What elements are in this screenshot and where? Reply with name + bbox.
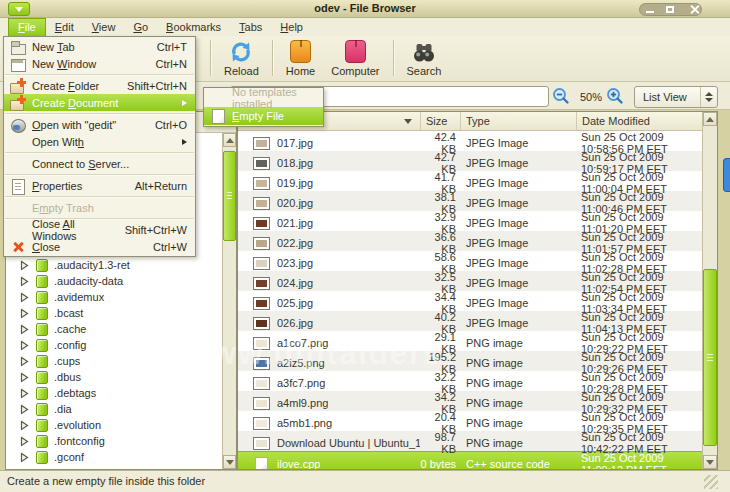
minimize-button[interactable]	[640, 4, 660, 15]
file-name-cell: 019.jpg	[238, 177, 420, 190]
expander-icon[interactable]	[20, 292, 29, 303]
tree-item-audacity-data[interactable]: .audacity-data	[6, 273, 222, 289]
menubar-item-go[interactable]: Go	[124, 18, 157, 36]
expander-icon[interactable]	[20, 436, 29, 447]
tree-item-avidemux[interactable]: .avidemux	[6, 289, 222, 305]
toolbar-button-search[interactable]: Search	[402, 38, 447, 77]
menubar-item-view[interactable]: View	[83, 18, 125, 36]
menu-item-label: New Window	[32, 58, 96, 70]
file-menu-item-open-with-gedit[interactable]: Open with "gedit"Ctrl+O	[4, 116, 195, 133]
zoom-out-button[interactable]	[552, 87, 570, 105]
list-scrollbar[interactable]	[702, 112, 717, 469]
file-type: JPEG Image	[460, 277, 576, 289]
file-row-024-jpg[interactable]: 024.jpg32.5 KBJPEG ImageSun 25 Oct 2009 …	[238, 271, 703, 291]
thumbnail-icon	[253, 437, 270, 450]
file-row-022-jpg[interactable]: 022.jpg36.6 KBJPEG ImageSun 25 Oct 2009 …	[238, 231, 703, 251]
scroll-down-button[interactable]	[703, 455, 717, 469]
toolbar-button-computer[interactable]: Computer	[326, 38, 384, 77]
expander-icon[interactable]	[20, 356, 29, 367]
file-row-020-jpg[interactable]: 020.jpg38.1 KBJPEG ImageSun 25 Oct 2009 …	[238, 191, 703, 211]
file-row-a1co7-png[interactable]: a1co7.png29.1 KBPNG imageSun 25 Oct 2009…	[238, 331, 703, 351]
expander-icon[interactable]	[20, 324, 29, 335]
scroll-up-button[interactable]	[223, 133, 236, 147]
file-name-cell: Download Ubuntu | Ubuntu_12565...	[238, 437, 420, 450]
toolbar-button-home[interactable]: Home	[281, 38, 320, 77]
close-button[interactable]	[681, 4, 701, 15]
file-menu-item-close-all-windows[interactable]: Close All WindowsShift+Ctrl+W	[4, 221, 195, 238]
tree-item-cache[interactable]: .cache	[6, 321, 222, 337]
file-row-023-jpg[interactable]: 023.jpg58.6 KBJPEG ImageSun 25 Oct 2009 …	[238, 251, 703, 271]
file-row-download-ubuntu-ubuntu-12565[interactable]: Download Ubuntu | Ubuntu_12565...98.7 KB…	[238, 431, 703, 451]
file-row-a2iz5-png[interactable]: a2iz5.png195.2 KBPNG imageSun 25 Oct 200…	[238, 351, 703, 371]
file-type: JPEG Image	[460, 157, 576, 169]
menubar-item-bookmarks[interactable]: Bookmarks	[157, 18, 230, 36]
scrollbar-thumb[interactable]	[223, 151, 236, 241]
zoom-in-button[interactable]	[606, 87, 624, 105]
maximize-button[interactable]	[660, 4, 680, 15]
tree-item-cups[interactable]: .cups	[6, 353, 222, 369]
view-mode-select[interactable]: List View	[634, 86, 718, 108]
expander-icon[interactable]	[20, 404, 29, 415]
file-row-025-jpg[interactable]: 025.jpg34.4 KBJPEG ImageSun 25 Oct 2009 …	[238, 291, 703, 311]
tree-item-audacity1-3-ret[interactable]: .audacity1.3-ret	[6, 257, 222, 273]
titlebar[interactable]: odev - File Browser	[0, 0, 730, 18]
column-header-date-modified[interactable]: Date Modified	[576, 112, 703, 130]
scroll-up-button[interactable]	[703, 112, 717, 126]
toolbar-button-reload[interactable]: Reload	[219, 38, 264, 77]
expander-icon[interactable]	[20, 372, 29, 383]
scrollbar-thumb[interactable]	[703, 269, 717, 446]
scroll-up-icon	[226, 138, 234, 143]
expander-icon[interactable]	[20, 340, 29, 351]
menubar-item-tabs[interactable]: Tabs	[230, 18, 271, 36]
tree-item-dia[interactable]: .dia	[6, 401, 222, 417]
expander-icon[interactable]	[20, 260, 29, 271]
menubar-item-help[interactable]: Help	[271, 18, 312, 36]
file-row-021-jpg[interactable]: 021.jpg32.9 KBJPEG ImageSun 25 Oct 2009 …	[238, 211, 703, 231]
tree-item-gconf[interactable]: .gconf	[6, 449, 222, 465]
thumbnail-icon	[253, 297, 270, 310]
file-row-018-jpg[interactable]: 018.jpg42.7 KBJPEG ImageSun 25 Oct 2009 …	[238, 151, 703, 171]
file-row-019-jpg[interactable]: 019.jpg41.7 KBJPEG ImageSun 25 Oct 2009 …	[238, 171, 703, 191]
tree-item-fontconfig[interactable]: .fontconfig	[6, 433, 222, 449]
expander-icon[interactable]	[20, 308, 29, 319]
thumbnail-icon	[253, 377, 270, 390]
tree-item-debtags[interactable]: .debtags	[6, 385, 222, 401]
file-name-cell: 020.jpg	[238, 197, 420, 210]
file-menu-item-connect-to-server[interactable]: Connect to Server...	[4, 155, 195, 172]
column-header-size[interactable]: Size	[420, 112, 460, 130]
scroll-down-button[interactable]	[223, 455, 236, 469]
tree-item-evolution[interactable]: .evolution	[6, 417, 222, 433]
sidebar-scrollbar[interactable]	[222, 133, 236, 469]
file-menu-item-new-tab[interactable]: New TabCtrl+T	[4, 38, 195, 55]
file-row-a5mb1-png[interactable]: a5mb1.png20.4 KBPNG imageSun 25 Oct 2009…	[238, 411, 703, 431]
resize-grip[interactable]	[704, 475, 718, 489]
tree-item-config[interactable]: .config	[6, 337, 222, 353]
expander-icon[interactable]	[20, 388, 29, 399]
file-name-cell: ilove.cpp	[238, 457, 420, 471]
column-header-type[interactable]: Type	[460, 112, 576, 130]
tree-item-label: .fontconfig	[54, 435, 105, 447]
file-row-026-jpg[interactable]: 026.jpg40.2 KBJPEG ImageSun 25 Oct 2009 …	[238, 311, 703, 331]
thumbnail-icon	[253, 257, 270, 270]
file-row-a3fc7-png[interactable]: a3fc7.png32.2 KBPNG imageSun 25 Oct 2009…	[238, 371, 703, 391]
file-menu-item-create-folder[interactable]: Create FolderShift+Ctrl+N	[4, 77, 195, 94]
file-name-cell: 021.jpg	[238, 217, 420, 230]
search-icon	[407, 39, 442, 64]
file-list-pane: SizeTypeDate Modified 017.jpg42.4 KBJPEG…	[237, 111, 718, 470]
tree-item-dbus[interactable]: .dbus	[6, 369, 222, 385]
file-menu-item-open-with[interactable]: Open With	[4, 133, 195, 150]
tree-item-bcast[interactable]: .bcast	[6, 305, 222, 321]
menubar-item-edit[interactable]: Edit	[46, 18, 83, 36]
expander-icon[interactable]	[20, 420, 29, 431]
expander-icon[interactable]	[20, 452, 29, 463]
file-row-a4ml9-png[interactable]: a4ml9.png34.2 KBPNG imageSun 25 Oct 2009…	[238, 391, 703, 411]
menubar: FileEditViewGoBookmarksTabsHelp	[0, 18, 730, 36]
combo-stepper-icon	[700, 87, 717, 107]
file-row-017-jpg[interactable]: 017.jpg42.4 KBJPEG ImageSun 25 Oct 2009 …	[238, 131, 703, 151]
file-menu-item-properties[interactable]: PropertiesAlt+Return	[4, 177, 195, 194]
file-row-ilove-cpp[interactable]: ilove.cpp0 bytesC++ source codeSun 25 Oc…	[238, 451, 703, 470]
menubar-item-file[interactable]: File	[8, 18, 46, 36]
file-menu-item-create-document[interactable]: Create Document	[4, 94, 195, 111]
file-menu-item-new-window[interactable]: New WindowCtrl+N	[4, 55, 195, 72]
expander-icon[interactable]	[20, 276, 29, 287]
